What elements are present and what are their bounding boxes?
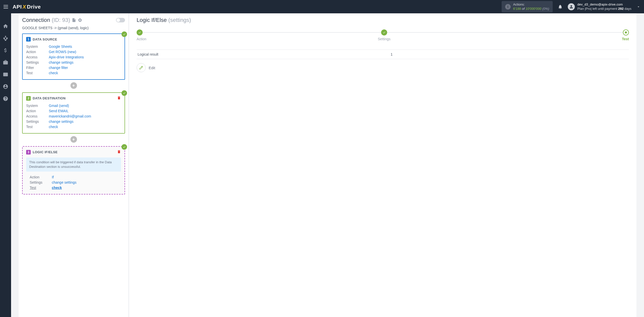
notifications-icon[interactable] [558,4,563,9]
brand-logo: APIXDrive [13,4,41,10]
gear-icon[interactable] [78,18,82,22]
nav-billing-icon[interactable] [3,48,8,53]
label-settings: Settings [30,180,52,184]
label-system: System [26,45,49,49]
nav-briefcase-icon[interactable] [3,60,8,65]
data-source-card: 1 DATA SOURCE SystemGoogle Sheets Action… [22,33,125,80]
logic-test-link[interactable]: check [52,186,62,190]
nav-help-icon[interactable] [3,96,8,101]
actions-max: 10'000'000 [526,7,541,11]
label-filter: Filter [26,66,49,70]
brand-pre: API [13,4,22,10]
label-system: System [26,104,49,108]
user-plan: Plan |Pro| left until payment 292 days [577,7,631,11]
source-filter-link[interactable]: change filter [49,66,68,70]
card-title: LOGIC IF/ELSE [33,150,58,154]
card-title: DATA DESTINATION [33,96,66,100]
actions-counter[interactable]: i Actions: 6'188 of 10'000'000 (0%) [502,1,553,13]
step-test-label: Test [622,37,629,41]
label-settings: Settings [26,60,49,64]
settings-panel: Logic If/Else (settings) Action Settings… [129,13,636,317]
nav-video-icon[interactable] [3,72,8,77]
document-icon[interactable] [72,18,76,22]
user-email: dev_d3_demo@apix-drive.com [577,3,631,7]
source-settings-link[interactable]: change settings [49,60,73,64]
connection-title: Connection (ID: 93) [22,17,70,23]
check-icon [122,31,127,37]
logic-action[interactable]: If [52,175,54,179]
label-action: Action [26,50,49,54]
dest-settings-link[interactable]: change settings [49,120,73,124]
logic-card: 3 LOGIC IF/ELSE This condition will be t… [22,146,125,194]
connection-panel: Connection (ID: 93) GOOGLE SHEETS -> (gm… [19,13,129,317]
connection-toggle[interactable] [116,18,125,22]
add-step-button[interactable]: + [70,82,77,89]
menu-toggle[interactable] [4,4,10,10]
delete-icon[interactable] [117,96,121,101]
source-test-link[interactable]: check [49,71,58,75]
dest-action[interactable]: Send EMAIL [49,109,69,113]
chevron-down-icon [636,5,640,9]
check-icon [122,144,127,150]
nav-connections-icon[interactable] [3,35,8,41]
side-nav [0,13,11,317]
step-settings-dot[interactable] [381,29,387,35]
delete-icon[interactable] [117,150,121,154]
result-value: 1 [391,52,393,56]
actions-of: of [522,7,525,11]
label-test: Test [26,125,49,129]
label-access: Access [26,114,49,118]
nav-account-icon[interactable] [3,84,8,89]
logic-info: This condition will be triggered if data… [26,157,121,172]
result-label: Logical result [138,52,158,56]
user-menu[interactable]: dev_d3_demo@apix-drive.com Plan |Pro| le… [568,3,640,11]
card-number: 3 [26,150,31,154]
connection-subtitle: GOOGLE SHEETS -> (gmail (send), logic) [22,26,125,30]
brand-post: Drive [27,4,41,10]
edit-label: Edit [149,66,155,70]
step-test-dot[interactable] [623,29,629,35]
step-action-dot[interactable] [137,29,143,35]
data-destination-card: 2 DATA DESTINATION SystemGmail (send) Ac… [22,92,125,134]
actions-label: Actions: [513,3,549,7]
label-action: Action [26,109,49,113]
label-test: Test [30,186,52,190]
info-icon: i [505,4,511,10]
source-action[interactable]: Get ROWS (new) [49,50,76,54]
label-access: Access [26,55,49,59]
edit-button[interactable] [137,63,146,72]
card-title: DATA SOURCE [33,37,57,41]
actions-used: 6'188 [513,7,521,11]
result-row: Logical result 1 [137,50,629,59]
label-action: Action [30,175,52,179]
check-icon [122,90,127,96]
avatar-icon [568,3,575,10]
source-system[interactable]: Google Sheets [49,45,72,49]
actions-pct: (0%) [542,7,549,11]
dest-system[interactable]: Gmail (send) [49,104,69,108]
step-action-label: Action [137,37,146,41]
source-access[interactable]: Apix-drive Integrations [49,55,84,59]
step-settings-label: Settings [378,37,391,41]
add-step-button[interactable]: + [70,136,77,143]
dest-test-link[interactable]: check [49,125,58,129]
card-number: 2 [26,96,31,101]
label-test: Test [26,71,49,75]
card-number: 1 [26,37,31,42]
nav-home-icon[interactable] [3,23,8,29]
panel-title: Logic If/Else (settings) [137,17,629,23]
label-settings: Settings [26,120,49,124]
brand-x: X [22,4,27,10]
logic-settings-link[interactable]: change settings [52,180,76,184]
step-progress: Action Settings Test [137,29,629,41]
dest-access[interactable]: maverickandrii@gmail.com [49,114,91,118]
